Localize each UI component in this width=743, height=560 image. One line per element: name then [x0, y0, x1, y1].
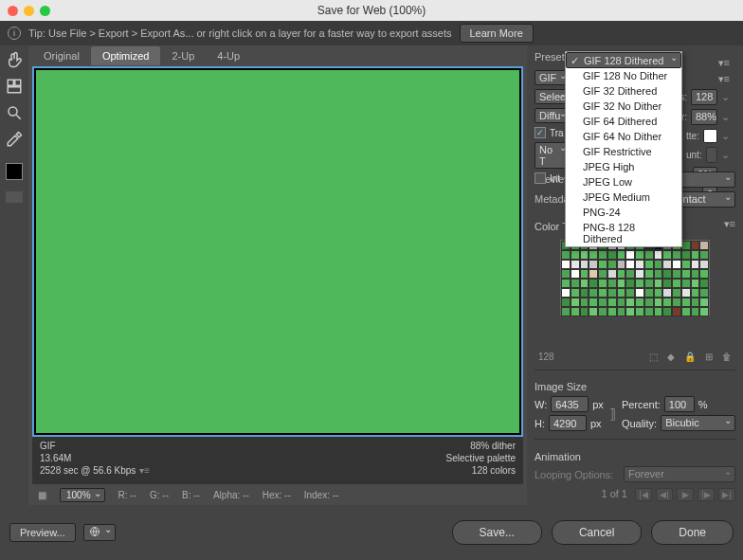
tab-original[interactable]: Original: [32, 46, 91, 65]
preset-option[interactable]: GIF 128 Dithered: [566, 52, 681, 68]
color-swatch[interactable]: [635, 298, 644, 307]
percent-input[interactable]: [664, 396, 695, 412]
color-swatch[interactable]: [662, 269, 672, 279]
interlaced-checkbox[interactable]: [535, 172, 546, 184]
foreground-color-swatch[interactable]: [6, 163, 23, 180]
color-swatch[interactable]: [691, 298, 700, 307]
color-swatch[interactable]: [699, 260, 709, 269]
color-swatch[interactable]: [699, 307, 709, 316]
color-swatch[interactable]: [654, 288, 663, 298]
color-swatch[interactable]: [598, 250, 607, 260]
color-swatch[interactable]: [580, 250, 589, 260]
color-swatch[interactable]: [691, 288, 700, 298]
swap-colors-icon[interactable]: [6, 191, 23, 203]
color-swatch[interactable]: [617, 298, 626, 307]
preset-option[interactable]: PNG-8 128 Dithered: [566, 220, 681, 246]
color-swatch[interactable]: [672, 269, 681, 279]
preview-canvas[interactable]: [32, 66, 523, 437]
color-swatch[interactable]: [662, 260, 672, 269]
color-swatch[interactable]: [598, 279, 607, 288]
preset-option[interactable]: JPEG High: [566, 159, 681, 174]
color-swatch[interactable]: [662, 279, 672, 288]
color-swatch[interactable]: [607, 279, 617, 288]
color-swatch[interactable]: [681, 260, 691, 269]
save-button[interactable]: Save...: [452, 520, 542, 545]
color-swatch[interactable]: [617, 269, 626, 279]
color-swatch[interactable]: [571, 298, 580, 307]
color-swatch[interactable]: [691, 250, 700, 260]
cancel-button[interactable]: Cancel: [552, 520, 642, 545]
color-swatch[interactable]: [571, 250, 580, 260]
color-swatch[interactable]: [580, 307, 589, 316]
color-swatch[interactable]: [681, 269, 691, 279]
color-table-grid[interactable]: [560, 240, 710, 316]
color-swatch[interactable]: [617, 279, 626, 288]
color-swatch[interactable]: [561, 307, 571, 316]
color-swatch[interactable]: [607, 250, 617, 260]
shift-websafe-icon[interactable]: ◆: [667, 352, 675, 362]
color-swatch[interactable]: [589, 279, 598, 288]
color-swatch[interactable]: [691, 279, 700, 288]
preset-option[interactable]: JPEG Low: [566, 174, 681, 190]
colors-input[interactable]: 128: [691, 89, 717, 105]
color-swatch[interactable]: [589, 288, 598, 298]
color-swatch[interactable]: [681, 279, 691, 288]
color-swatch[interactable]: [589, 250, 598, 260]
color-swatch[interactable]: [635, 269, 644, 279]
height-input[interactable]: [549, 415, 587, 431]
panel-menu-icon[interactable]: ▾≡: [718, 57, 730, 69]
color-swatch[interactable]: [589, 307, 598, 316]
color-swatch[interactable]: [607, 260, 617, 269]
color-swatch[interactable]: [607, 307, 617, 316]
color-swatch[interactable]: [625, 260, 635, 269]
color-swatch[interactable]: [644, 260, 654, 269]
hand-tool-icon[interactable]: [6, 51, 23, 68]
color-swatch[interactable]: [654, 279, 663, 288]
color-swatch[interactable]: [644, 250, 654, 260]
color-swatch[interactable]: [571, 279, 580, 288]
learn-more-button[interactable]: Learn More: [460, 24, 534, 43]
color-swatch[interactable]: [699, 298, 709, 307]
color-swatch[interactable]: [654, 260, 663, 269]
grid-toggle-icon[interactable]: ▦: [38, 490, 46, 500]
matte-swatch[interactable]: [703, 129, 717, 143]
color-swatch[interactable]: [571, 307, 580, 316]
color-swatch[interactable]: [635, 250, 644, 260]
color-swatch[interactable]: [625, 250, 635, 260]
color-swatch[interactable]: [589, 269, 598, 279]
preset-dropdown[interactable]: GIF 128 DitheredGIF 128 No DitherGIF 32 …: [565, 51, 682, 247]
color-swatch[interactable]: [635, 260, 644, 269]
color-swatch[interactable]: [617, 260, 626, 269]
done-button[interactable]: Done: [651, 520, 734, 545]
color-swatch[interactable]: [654, 307, 663, 316]
color-swatch[interactable]: [589, 298, 598, 307]
color-swatch[interactable]: [672, 279, 681, 288]
color-swatch[interactable]: [691, 307, 700, 316]
slice-tool-icon[interactable]: [6, 78, 23, 95]
lock-color-icon[interactable]: 🔒: [684, 352, 696, 362]
color-swatch[interactable]: [635, 307, 644, 316]
color-swatch[interactable]: [625, 279, 635, 288]
color-swatch[interactable]: [561, 279, 571, 288]
modem-menu-icon[interactable]: ▾≡: [139, 465, 150, 476]
color-swatch[interactable]: [654, 250, 663, 260]
color-swatch[interactable]: [672, 250, 681, 260]
color-swatch[interactable]: [672, 298, 681, 307]
color-swatch[interactable]: [580, 288, 589, 298]
color-swatch[interactable]: [662, 288, 672, 298]
color-swatch[interactable]: [672, 288, 681, 298]
color-swatch[interactable]: [635, 279, 644, 288]
color-swatch[interactable]: [571, 269, 580, 279]
color-swatch[interactable]: [580, 269, 589, 279]
color-swatch[interactable]: [654, 298, 663, 307]
color-swatch[interactable]: [625, 269, 635, 279]
color-swatch[interactable]: [598, 307, 607, 316]
color-swatch[interactable]: [580, 279, 589, 288]
preview-button[interactable]: Preview...: [9, 523, 76, 542]
color-swatch[interactable]: [561, 260, 571, 269]
color-swatch[interactable]: [662, 307, 672, 316]
color-swatch[interactable]: [598, 260, 607, 269]
tab-2up[interactable]: 2-Up: [160, 46, 206, 65]
color-swatch[interactable]: [691, 269, 700, 279]
color-swatch[interactable]: [681, 288, 691, 298]
